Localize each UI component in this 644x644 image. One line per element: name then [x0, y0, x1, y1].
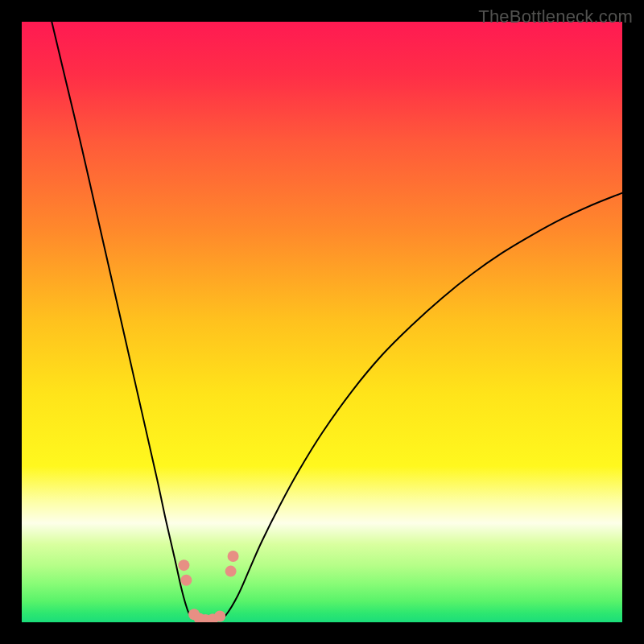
bottleneck-curve-chart	[22, 22, 622, 622]
chart-outer-frame: TheBottleneck.com	[0, 0, 644, 644]
trough-marker	[228, 551, 239, 562]
trough-marker	[214, 611, 225, 622]
chart-gradient-bg	[22, 22, 622, 622]
trough-marker	[225, 566, 237, 577]
watermark-label: TheBottleneck.com	[478, 6, 633, 27]
trough-marker	[180, 575, 192, 586]
trough-marker	[178, 559, 189, 571]
